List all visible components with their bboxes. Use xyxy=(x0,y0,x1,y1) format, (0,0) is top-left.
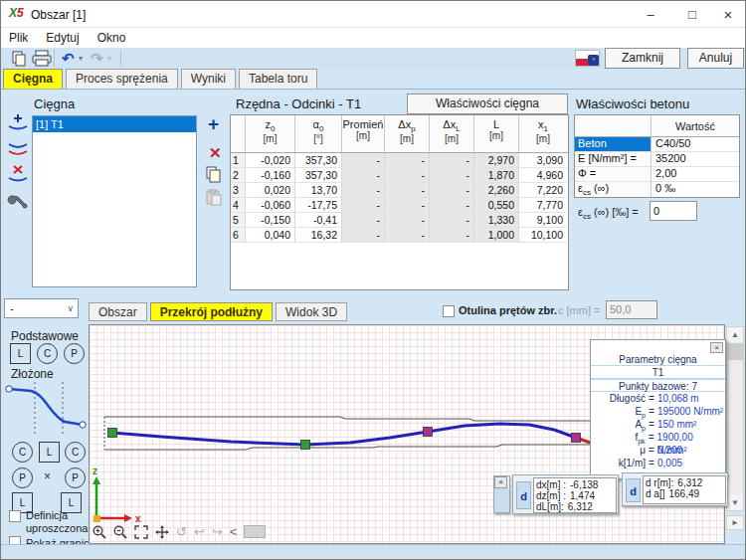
shape-p-button[interactable]: P xyxy=(64,343,85,364)
complex-l1-button[interactable]: L xyxy=(39,442,60,463)
minimize-button[interactable]: – xyxy=(632,1,669,28)
tendon-marker-magenta[interactable] xyxy=(572,434,581,443)
tab-wyniki[interactable]: Wyniki xyxy=(181,69,236,89)
zamknij-button[interactable]: Zamknij xyxy=(605,48,680,69)
menu-edytuj[interactable]: Edytuj xyxy=(46,31,79,45)
eps-cs-label[interactable]: εcs (∞) xyxy=(575,182,652,197)
complex-p1-button[interactable]: P xyxy=(12,467,33,488)
zoom-in-icon[interactable] xyxy=(93,525,106,539)
eps-input-field[interactable]: 0 xyxy=(650,201,697,221)
cell[interactable]: 357,30 xyxy=(295,153,342,168)
shape-c-button[interactable]: C xyxy=(37,343,58,364)
undo-icon[interactable]: ↶ xyxy=(62,50,75,67)
info-line: dx[m] :-6,138 xyxy=(536,479,614,490)
scroll-right-icon[interactable]: ► xyxy=(726,515,744,530)
menu-okno[interactable]: Okno xyxy=(97,31,126,45)
complex-c1-button[interactable]: C xyxy=(12,442,33,463)
coords-grip[interactable]: d xyxy=(516,481,531,509)
zoom-out-icon[interactable] xyxy=(113,525,127,539)
undo-dropdown-icon[interactable]: ▾ xyxy=(79,54,83,63)
phi-label[interactable]: Φ = xyxy=(575,167,652,181)
cell[interactable]: 0,040 xyxy=(246,228,295,243)
add-tendon-icon[interactable] xyxy=(6,112,30,134)
complex-c2-button[interactable]: C xyxy=(65,442,86,463)
cell[interactable]: -17,75 xyxy=(295,198,342,213)
tendon-marker-green[interactable] xyxy=(301,441,310,450)
table-row: 2-0,160357,30---1,8704,960 xyxy=(231,168,568,183)
cell: - xyxy=(430,183,474,198)
cover-checkbox[interactable] xyxy=(443,305,455,317)
wrench-icon[interactable] xyxy=(7,192,31,214)
tab-przekroj-podluzny[interactable]: Przekrój podłużny xyxy=(150,302,273,321)
complex-p2-button[interactable]: P xyxy=(65,467,86,488)
cell: - xyxy=(385,183,430,198)
poland-flag-icon: * xyxy=(575,50,600,67)
cell[interactable]: 3,090 xyxy=(519,153,567,168)
tab-obszar[interactable]: Obszar xyxy=(89,302,147,321)
row-number: 6 xyxy=(231,228,246,243)
tendon-listbox[interactable]: [1] T1 xyxy=(32,115,197,287)
cell[interactable]: -0,41 xyxy=(295,213,342,228)
beton-label[interactable]: Beton xyxy=(575,137,652,151)
print-icon[interactable] xyxy=(32,50,52,67)
cell[interactable]: 13,70 xyxy=(295,183,342,198)
params-base-points: Punkty bazowe: 7 xyxy=(591,379,725,392)
copy-icon[interactable] xyxy=(11,51,27,67)
complex-shapes-label: Złożone xyxy=(11,367,54,381)
cell[interactable]: -0,160 xyxy=(246,168,295,183)
bottom-strip xyxy=(1,544,745,560)
cell[interactable]: -0,020 xyxy=(246,153,295,168)
cell: - xyxy=(342,213,385,228)
cell: - xyxy=(342,168,385,183)
col-x1: x1[m] xyxy=(519,115,567,152)
maximize-button[interactable]: □ xyxy=(673,1,711,28)
vertical-scrollbar[interactable]: ▲ ▼ xyxy=(726,326,744,511)
tab-ciegna[interactable]: Cięgna xyxy=(3,69,63,89)
tendon-properties-button[interactable]: Właściwości cięgna xyxy=(407,93,568,114)
tab-tabela-toru[interactable]: Tabela toru xyxy=(239,69,317,89)
duplicate-tendon-icon[interactable] xyxy=(6,138,30,160)
list-item[interactable]: [1] T1 xyxy=(33,116,196,132)
delete-segment-icon[interactable]: ✕ xyxy=(209,144,222,162)
view-forward-icon: ↪ xyxy=(212,525,223,539)
scroll-up-icon[interactable]: ▲ xyxy=(727,327,743,342)
polar-grip[interactable]: d xyxy=(626,478,641,502)
pan-icon[interactable] xyxy=(155,525,169,539)
anuluj-button[interactable]: Anuluj xyxy=(687,48,744,69)
cell[interactable]: -0,150 xyxy=(246,213,295,228)
cell[interactable]: 0,020 xyxy=(246,183,295,198)
z-axis-label: z xyxy=(93,466,97,476)
tab-proces-sprezenia[interactable]: Proces sprężenia xyxy=(66,69,178,89)
add-segment-icon[interactable]: + xyxy=(208,115,219,133)
cell[interactable]: -0,060 xyxy=(246,198,295,213)
shape-l-button[interactable]: L xyxy=(10,343,31,364)
cell[interactable]: 357,30 xyxy=(295,168,342,183)
collapse-scrollbar-icon[interactable]: < xyxy=(230,525,238,539)
zoom-fit-icon[interactable] xyxy=(134,525,148,539)
segments-title: Rzędna - Odcinki - T1 xyxy=(236,96,361,111)
close-button[interactable]: × xyxy=(709,1,746,28)
e-modulus-label[interactable]: E [N/mm²] = xyxy=(575,152,652,166)
cell[interactable]: 7,220 xyxy=(519,183,567,198)
vertical-scrollbar-thumb[interactable] xyxy=(728,343,744,360)
shape-combo[interactable]: - ∨ xyxy=(4,298,79,318)
tendon-marker-green[interactable] xyxy=(108,429,117,438)
copy-segments-icon[interactable] xyxy=(205,166,222,183)
cell[interactable]: 9,100 xyxy=(519,213,567,228)
coords-close-icon[interactable]: × xyxy=(494,476,507,488)
delete-tendon-icon[interactable] xyxy=(6,164,30,186)
horizontal-scrollbar-thumb[interactable] xyxy=(244,525,266,538)
cell[interactable]: 10,100 xyxy=(519,228,567,243)
menu-bar: Plik Edytuj Okno xyxy=(1,28,745,48)
tab-widok-3d[interactable]: Widok 3D xyxy=(276,302,347,321)
tendon-curve[interactable] xyxy=(112,424,576,445)
tendon-marker-magenta[interactable] xyxy=(424,428,433,437)
simplified-definition-checkbox[interactable] xyxy=(9,510,21,522)
params-close-icon[interactable]: × xyxy=(710,342,723,353)
cell[interactable]: 16,32 xyxy=(295,228,342,243)
cell[interactable]: 4,960 xyxy=(519,168,567,183)
cell: - xyxy=(430,198,474,213)
menu-plik[interactable]: Plik xyxy=(9,31,28,45)
cell[interactable]: 7,770 xyxy=(519,198,567,213)
scroll-down-icon[interactable]: ▼ xyxy=(727,495,743,510)
